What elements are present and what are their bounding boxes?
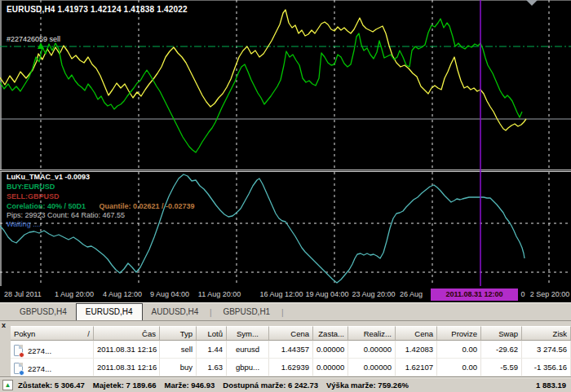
vline-time-highlight: 2011.08.31 12:00 — [431, 288, 518, 301]
order-cell: 2011.08.31 12:16 — [94, 341, 160, 358]
indicator-correlation: Corelation: 40% / 50D1 Quantile: 0.02621… — [7, 202, 195, 211]
eurusd-line — [0, 10, 526, 130]
order-cell: 1.62939 — [269, 359, 313, 376]
account-status-segment: Zůstatek: 5 306.47 — [18, 381, 85, 390]
time-axis-label: 28 Jul 2011 — [4, 290, 42, 298]
time-axis-label: 19 Aug 04:00 — [305, 290, 348, 298]
panel-splitter — [0, 170, 571, 170]
order-cell: 0.00 — [437, 341, 481, 358]
account-status-segment: Marže: 946.93 — [165, 381, 215, 390]
order-cell: -1 356.16 — [522, 359, 571, 376]
order-cell: -29.62 — [481, 341, 522, 358]
order-cell: 0.00 — [437, 359, 481, 376]
gbpusd-line — [0, 19, 522, 152]
indicator-status: Waiting .... — [7, 220, 41, 229]
order-cell: 1.42083 — [396, 341, 437, 358]
chart-shift-icon — [526, 0, 538, 6]
close-icon[interactable]: x — [2, 322, 6, 329]
header-cell-zasta[interactable]: Zasta... — [313, 326, 348, 341]
chart-tabs-bar: GBPUSD,H4EURUSD,H4AUDUSD,H4|GBPUSD,H1| — [0, 302, 571, 320]
tab-separator: | — [279, 306, 286, 320]
order-type-badge — [19, 352, 24, 358]
header-cell-as[interactable]: Čas — [94, 326, 160, 341]
order-type-badge — [19, 370, 24, 376]
order-cell: 0.00000 — [348, 341, 396, 358]
correlation-value: Corelation: 40% / 50D1 — [7, 202, 86, 210]
orders-table-body: 2274...2011.08.31 12:16sell1.44eurusd1.4… — [11, 341, 571, 377]
indicator-stats: Pips: 29923 Count: 64 Ratio: 467.55 — [7, 211, 125, 220]
time-axis-label: 26 Aug — [400, 290, 423, 298]
terminal-panel: x Terminál Pokyn/ČasTypLotůSym...CenaZas… — [0, 320, 571, 392]
order-row[interactable]: 2274...2011.08.31 12:16sell1.44eurusd1.4… — [11, 341, 571, 359]
chart-title: EURUSD,H4 1.41973 1.42124 1.41838 1.4202… — [7, 5, 188, 14]
header-cell-lotů[interactable]: Lotů — [197, 326, 227, 341]
chart-left-border — [0, 0, 2, 286]
order-cell: 2274... — [11, 341, 94, 358]
header-cell-typ[interactable]: Typ — [160, 326, 197, 341]
tab-gbpusd-h4[interactable]: GBPUSD,H4 — [11, 305, 76, 320]
order-cell: eurusd — [227, 341, 269, 358]
time-axis-label: 11 Aug 20:00 — [198, 290, 241, 298]
header-cell-realiz[interactable]: Realiz... — [348, 326, 396, 341]
indicator-title: LuKu_TMAC_v1 -0.0093 — [7, 173, 90, 182]
panel-splitter — [0, 171, 571, 172]
chart-window[interactable]: EURUSD,H4 1.41973 1.42124 1.41838 1.4202… — [0, 0, 571, 302]
account-up-arrow-icon: ▲ — [2, 380, 13, 390]
time-axis-label: 9 Aug 04:00 — [150, 290, 189, 298]
order-cell: 1.44 — [197, 341, 227, 358]
header-cell-cena[interactable]: Cena — [269, 326, 313, 341]
order-cell: 1.62107 — [396, 359, 437, 376]
tab-eurusd-h4[interactable]: EURUSD,H4 — [76, 303, 143, 320]
order-cell: 1.63 — [197, 359, 227, 376]
header-cell-pokyn[interactable]: Pokyn/ — [11, 326, 94, 341]
order-cell: -5.59 — [481, 359, 522, 376]
order-cell: 2274... — [11, 359, 94, 376]
tab-audusd-h4[interactable]: AUDUSD,H4 — [143, 305, 208, 320]
quantile-value: Quantile: 0.02621 / -0.02739 — [100, 202, 195, 210]
order-cell: sell — [160, 341, 197, 358]
time-axis-label: 16 Aug 12:00 — [259, 290, 303, 298]
header-cell-provize[interactable]: Provize — [437, 326, 481, 341]
chart-svg[interactable] — [0, 0, 571, 302]
time-axis-label: 4 Aug 12:00 — [103, 290, 142, 298]
time-axis-label: 1 Aug 20:00 — [55, 290, 94, 298]
chart-top-border — [0, 0, 571, 1]
tab-separator: | — [207, 306, 214, 320]
indicator-buy-label: BUY:EURUSD — [7, 183, 55, 192]
open-order-label: #227426059 sell — [7, 35, 60, 44]
header-cell-zisk[interactable]: Zisk — [522, 326, 571, 341]
order-cell: buy — [160, 359, 197, 376]
time-axis: 28 Jul 20111 Aug 20:004 Aug 12:009 Aug 0… — [0, 286, 571, 302]
order-cell: 3 274.56 — [522, 341, 571, 358]
account-status-text: Zůstatek: 5 306.47Majetek: 7 189.66Marže… — [18, 377, 514, 392]
account-status-segment: Výška marže: 759.26% — [326, 381, 409, 390]
time-axis-label: 0 — [520, 290, 525, 298]
floating-profit-value: 1 883.19 — [536, 377, 566, 392]
header-cell-sym[interactable]: Sym... — [227, 326, 269, 341]
order-row[interactable]: 2274...2011.08.31 12:16buy1.63gbpu...1.6… — [11, 359, 571, 377]
tab-gbpusd-h1[interactable]: GBPUSD,H1 — [214, 305, 279, 320]
order-cell: 2011.08.31 12:16 — [94, 359, 160, 376]
order-cell: 0.00000 — [313, 341, 348, 358]
time-axis-label: 2 Sep 20:00 — [530, 290, 570, 298]
account-status-segment: Majetek: 7 189.66 — [93, 381, 157, 390]
order-cell: 0.00000 — [348, 359, 396, 376]
order-cell: gbpu... — [227, 359, 269, 376]
header-cell-swap[interactable]: Swap — [481, 326, 522, 341]
order-cell: 0.00000 — [313, 359, 348, 376]
time-axis-label: 23 Aug 20:00 — [352, 290, 395, 298]
mt4-window: EURUSD,H4 1.41973 1.42124 1.41838 1.4202… — [0, 0, 571, 392]
account-status-bar: ▲ Zůstatek: 5 306.47Majetek: 7 189.66Mar… — [0, 377, 571, 392]
sort-asc-icon: / — [87, 329, 90, 338]
account-status-segment: Dostupná marže: 6 242.73 — [223, 381, 318, 390]
indicator-sell-label: SELL:GBPUSD — [7, 192, 60, 201]
tmac-oscillator — [0, 174, 525, 283]
orders-table: Pokyn/ČasTypLotůSym...CenaZasta...Realiz… — [11, 326, 571, 377]
header-cell-cena[interactable]: Cena — [396, 326, 437, 341]
orders-table-header: Pokyn/ČasTypLotůSym...CenaZasta...Realiz… — [11, 326, 571, 341]
order-doc-icon — [14, 345, 23, 356]
order-cell: 1.44357 — [269, 341, 313, 358]
panel-splitter — [0, 170, 571, 171]
order-doc-icon — [14, 363, 23, 374]
